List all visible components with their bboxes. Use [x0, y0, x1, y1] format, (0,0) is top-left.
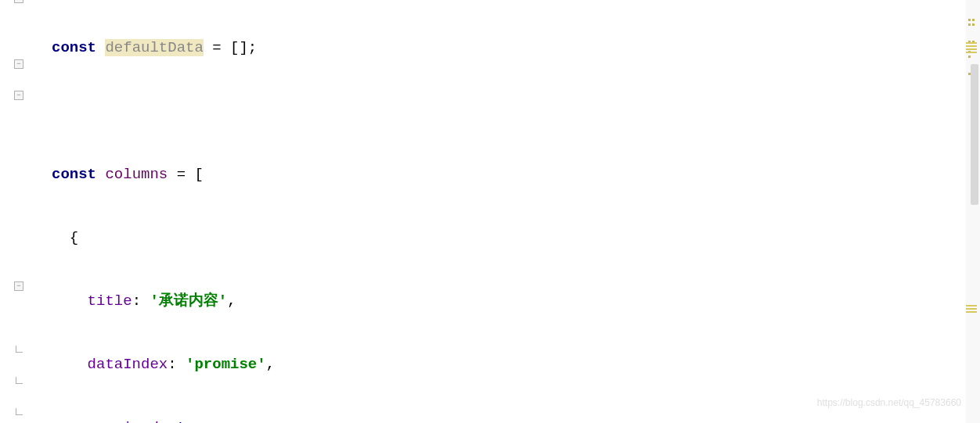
code-line[interactable]: const columns = [	[52, 159, 980, 191]
code-editor[interactable]: const defaultData = []; const columns = …	[0, 0, 980, 423]
scrollbar-vertical[interactable]	[966, 0, 980, 423]
identifier-unused: defaultData	[105, 39, 203, 56]
punct: = [	[168, 166, 204, 183]
fold-toggle-icon[interactable]	[14, 0, 23, 3]
scrollbar-minimap	[966, 42, 977, 55]
gutter	[0, 0, 33, 423]
code-line[interactable]: dataIndex: 'promise',	[52, 349, 980, 381]
property: title	[88, 292, 132, 310]
scrollbar-marker	[967, 6, 978, 9]
punct: ,	[227, 292, 236, 310]
boolean: true	[177, 419, 213, 424]
fold-end-icon	[14, 344, 23, 353]
scrollbar-minimap	[966, 305, 977, 314]
fold-end-icon	[14, 407, 23, 416]
property: dataIndex	[88, 356, 168, 373]
code-line[interactable]: const defaultData = [];	[52, 32, 980, 64]
scrollbar-marker	[967, 2, 978, 5]
fold-toggle-icon[interactable]	[14, 281, 23, 291]
keyword: const	[52, 166, 96, 183]
scrollbar-thumb[interactable]	[971, 64, 978, 205]
punct: ,	[266, 356, 275, 373]
punct: ,	[212, 419, 221, 424]
string: 'promise'	[186, 356, 266, 373]
identifier: columns	[105, 166, 168, 183]
code-line[interactable]: title: '承诺内容',	[52, 285, 980, 317]
watermark-text: https://blog.csdn.net/qq_45783660	[817, 387, 961, 419]
scrollbar-marker	[967, 23, 978, 27]
punct: :	[168, 356, 186, 373]
keyword: const	[52, 39, 96, 56]
fold-toggle-icon[interactable]	[14, 91, 23, 100]
punct: = [];	[204, 39, 257, 56]
punct: {	[70, 229, 78, 246]
code-line[interactable]: {	[52, 222, 980, 254]
fold-end-icon	[14, 375, 23, 385]
punct: :	[159, 419, 177, 424]
punct: :	[132, 292, 150, 310]
fold-toggle-icon[interactable]	[14, 59, 23, 69]
code-line[interactable]	[52, 95, 980, 127]
string: '承诺内容'	[150, 292, 227, 310]
property: required	[88, 419, 159, 424]
code-content[interactable]: const defaultData = []; const columns = …	[33, 0, 980, 423]
